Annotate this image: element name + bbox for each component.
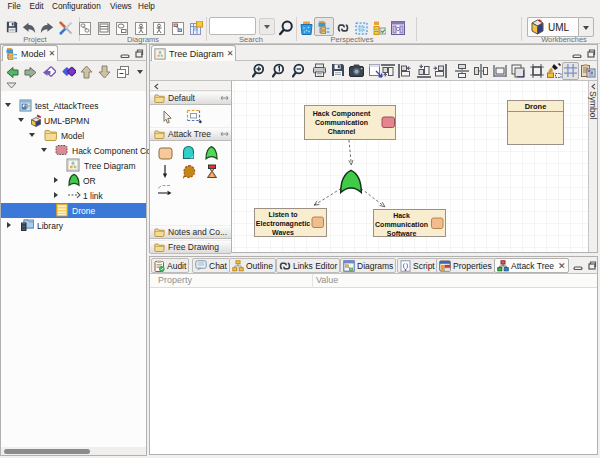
svg-text:Waves: Waves: [272, 229, 294, 236]
svg-text:Hack: Hack: [393, 212, 410, 219]
svg-text:Communication: Communication: [375, 221, 428, 228]
svg-text:Listen to: Listen to: [268, 211, 297, 218]
svg-text:Drone: Drone: [525, 102, 547, 111]
svg-text:Electromagnetic: Electromagnetic: [256, 220, 311, 228]
svg-text:Channel: Channel: [328, 128, 356, 135]
svg-text:Hack Component: Hack Component: [313, 110, 371, 118]
svg-text:Software: Software: [387, 230, 417, 237]
svg-text:Communication: Communication: [315, 119, 368, 126]
